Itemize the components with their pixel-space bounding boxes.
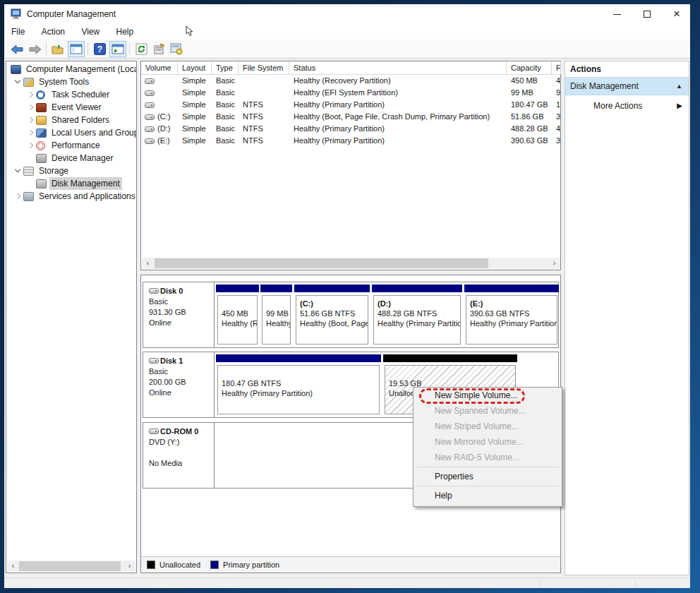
volume-row[interactable]: (E:) Simple Basic NTFS Healthy (Primary … (141, 135, 560, 147)
volume-row[interactable]: Simple Basic Healthy (EFI System Partiti… (141, 87, 560, 99)
window-title: Computer Management (27, 9, 116, 19)
task-scheduler-icon (36, 90, 45, 100)
cdrom-header[interactable]: CD-ROM 0 DVD (Y:) No Media (143, 423, 215, 488)
primary-partition-bar (216, 354, 381, 362)
collapse-arrow-icon[interactable]: ▲ (676, 78, 682, 95)
menu-help[interactable]: Help (109, 24, 141, 40)
primary-partition-bar (294, 284, 370, 292)
disk0-header[interactable]: Disk 0 Basic 931.30 GB Online (143, 282, 215, 347)
volume-icon (145, 126, 155, 132)
tree-item-event-viewer[interactable]: Event Viewer (6, 101, 136, 114)
primary-partition-bar (464, 284, 559, 292)
menu-item-new-spanned-volume: New Spanned Volume... (414, 403, 562, 419)
partition-recovery[interactable]: 450 MBHealthy (Recovery Partition) (216, 284, 259, 346)
unallocated-space-context-menu: New Simple Volume... New Spanned Volume.… (413, 387, 562, 507)
col-type[interactable]: Type (212, 61, 239, 74)
status-separator (540, 580, 541, 587)
chevron-collapsed-icon[interactable] (13, 192, 23, 201)
scroll-right-icon[interactable]: › (548, 258, 560, 269)
tree-item-storage[interactable]: Storage (6, 164, 136, 177)
disk-management-icon (36, 179, 47, 188)
tree-horizontal-scrollbar[interactable]: ‹ › (7, 561, 135, 572)
chevron-collapsed-icon[interactable] (26, 90, 35, 100)
scroll-right-icon[interactable]: › (123, 561, 135, 572)
tree-item-performance[interactable]: Performance (6, 139, 136, 152)
actions-group-disk-management[interactable]: Disk Management ▲ (565, 78, 689, 95)
system-tools-icon (23, 78, 34, 87)
col-free[interactable]: F (552, 61, 561, 74)
tree-item-disk-management[interactable]: Disk Management (6, 177, 136, 190)
partition-e[interactable]: (E:)390.63 GB NTFSHealthy (Primary Parti… (464, 284, 559, 346)
show-console-tree-icon (111, 44, 124, 54)
partition-d[interactable]: (D:)488.28 GB NTFSHealthy (Primary Parti… (372, 284, 462, 346)
col-capacity[interactable]: Capacity (507, 61, 552, 74)
chevron-collapsed-icon[interactable] (26, 103, 35, 112)
event-viewer-icon (36, 103, 47, 112)
menu-item-new-simple-volume[interactable]: New Simple Volume... (414, 388, 562, 403)
tree-item-shared-folders[interactable]: Shared Folders (6, 114, 136, 126)
minimize-button[interactable] (605, 4, 629, 24)
legend-primary-label: Primary partition (223, 561, 279, 569)
help-button[interactable]: ? (91, 41, 108, 57)
close-button[interactable]: × (665, 4, 689, 24)
tree-item-system-tools[interactable]: System Tools (6, 76, 136, 88)
partition-efi[interactable]: 99 MBHealthy (EFI System Partition) (260, 284, 292, 346)
volume-row[interactable]: Simple Basic Healthy (Recovery Partition… (141, 75, 560, 87)
volume-row[interactable]: (C:) Simple Basic NTFS Healthy (Boot, Pa… (141, 111, 560, 123)
properties-button[interactable] (150, 41, 167, 57)
col-status[interactable]: Status (289, 61, 507, 74)
status-separator (635, 580, 636, 587)
volume-row[interactable]: Simple Basic NTFS Healthy (Primary Parti… (141, 99, 560, 111)
console-tree: Computer Management (Local System Tools … (6, 63, 136, 203)
maximize-button[interactable] (636, 4, 660, 24)
volume-row[interactable]: (D:) Simple Basic NTFS Healthy (Primary … (141, 123, 560, 135)
tree-item-services-and-applications[interactable]: Services and Applications (6, 190, 136, 203)
export-list-button[interactable] (49, 41, 66, 57)
refresh-button[interactable] (133, 41, 150, 57)
forward-button[interactable] (27, 41, 44, 57)
col-file-system[interactable]: File System (239, 61, 289, 74)
disk-settings-button[interactable] (168, 41, 185, 57)
tree-item-task-scheduler[interactable]: Task Scheduler (6, 88, 136, 101)
local-users-groups-icon (36, 128, 47, 138)
col-volume[interactable]: Volume (141, 61, 178, 74)
menu-file[interactable]: File (4, 24, 32, 40)
volume-icon (145, 138, 155, 144)
forward-icon (29, 44, 42, 54)
volume-icon (145, 90, 155, 96)
chevron-expanded-icon[interactable] (13, 78, 23, 87)
menu-item-help[interactable]: Help (414, 488, 562, 503)
chevron-collapsed-icon[interactable] (26, 116, 35, 125)
menu-view[interactable]: View (74, 24, 107, 40)
chevron-expanded-icon[interactable] (13, 167, 23, 176)
tree-item-device-manager[interactable]: Device Manager (6, 152, 136, 164)
chevron-collapsed-icon[interactable] (26, 141, 35, 150)
scroll-left-icon[interactable]: ‹ (142, 258, 154, 269)
scrollbar-thumb[interactable] (19, 561, 121, 571)
chevron-none (26, 179, 35, 188)
status-bar (4, 577, 690, 588)
console-tree-pane: Computer Management (Local System Tools … (6, 61, 137, 573)
disk1-primary-partition[interactable]: 180.47 GB NTFSHealthy (Primary Partition… (216, 354, 381, 416)
volume-list-header: Volume Layout Type File System Status Ca… (141, 61, 560, 75)
menu-action[interactable]: Action (35, 24, 72, 40)
show-console-tree-button[interactable] (109, 41, 126, 57)
scrollbar-thumb[interactable] (155, 258, 488, 268)
console-window-button[interactable] (68, 41, 85, 57)
disk1-header[interactable]: Disk 1 Basic 200.00 GB Online (143, 352, 215, 417)
menu-separator (416, 486, 559, 486)
col-layout[interactable]: Layout (178, 61, 212, 74)
chevron-collapsed-icon[interactable] (26, 128, 35, 138)
primary-partition-bar (372, 284, 462, 292)
menu-item-properties[interactable]: Properties (414, 469, 562, 484)
back-button[interactable] (8, 41, 25, 57)
partition-c[interactable]: (C:)51.86 GB NTFSHealthy (Boot, Page Fil… (294, 284, 370, 346)
tree-item-computer-management[interactable]: Computer Management (Local (6, 63, 136, 76)
export-list-icon (52, 44, 64, 55)
scroll-left-icon[interactable]: ‹ (7, 561, 19, 572)
submenu-arrow-icon: ▶ (677, 98, 682, 114)
volume-list-horizontal-scrollbar[interactable]: ‹ › (142, 258, 560, 269)
tree-item-local-users-and-groups[interactable]: Local Users and Groups (6, 126, 136, 139)
more-actions-item[interactable]: More Actions ▶ (565, 98, 689, 114)
volume-icon (145, 114, 155, 120)
